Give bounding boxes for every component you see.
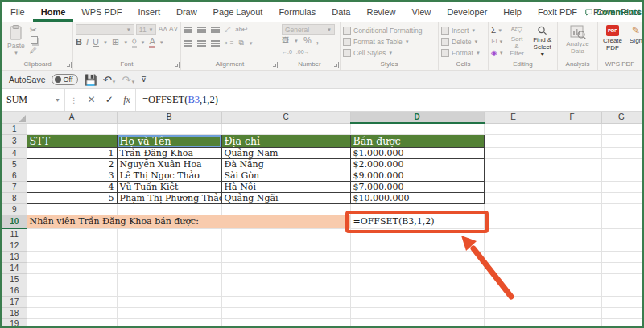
tab-review[interactable]: Review <box>358 2 403 22</box>
accounting-format-icon[interactable]: 🖼 <box>282 36 289 45</box>
cell-A14[interactable] <box>27 262 117 273</box>
customize-qat-icon[interactable]: ⊽ <box>141 76 147 84</box>
cell-D6[interactable]: $9.000.000 <box>350 170 484 181</box>
fill-color-dropdown[interactable]: ▼ <box>141 40 146 45</box>
column-header-F[interactable]: F <box>543 112 601 123</box>
cell-E5[interactable] <box>484 158 543 170</box>
cell-B16[interactable] <box>117 285 221 296</box>
alignment-dialog-launcher[interactable] <box>271 62 278 68</box>
undo-icon[interactable]: ↶▼ <box>103 74 117 86</box>
cell-G3[interactable] <box>601 134 642 147</box>
cell-A3[interactable]: STT <box>27 134 117 147</box>
name-box[interactable]: SUM ▼ <box>2 89 65 111</box>
column-header-B[interactable]: B <box>117 112 221 123</box>
percent-style-icon[interactable]: % <box>303 36 312 45</box>
select-all-corner[interactable] <box>2 112 27 123</box>
column-header-A[interactable]: A <box>27 112 117 123</box>
cell-C6[interactable]: Sài Gòn <box>221 170 350 181</box>
cell-D15[interactable] <box>350 273 484 285</box>
cell-A4[interactable]: 1 <box>27 147 117 158</box>
row-header-3[interactable]: 3 <box>2 134 27 147</box>
cell-F3[interactable] <box>543 134 601 147</box>
cell-C12[interactable] <box>221 240 350 251</box>
cell-G18[interactable] <box>601 307 642 318</box>
cell-G5[interactable] <box>601 158 642 170</box>
cell-F12[interactable] <box>543 240 601 251</box>
cell-E11[interactable] <box>484 228 543 240</box>
column-header-E[interactable]: E <box>484 112 543 123</box>
cell-D16[interactable] <box>350 285 484 296</box>
merge-center-icon[interactable]: ⧉ <box>238 39 243 47</box>
cell-G19[interactable] <box>601 318 642 326</box>
cell-G6[interactable] <box>601 170 642 181</box>
conditional-formatting-button[interactable]: Conditional Formatting <box>343 25 436 35</box>
cell-G4[interactable] <box>601 147 642 158</box>
result-label-cell-A10[interactable]: Nhân viên Trần Đăng Khoa bán được: <box>27 215 350 228</box>
number-dialog-launcher[interactable] <box>332 62 339 68</box>
cell-E17[interactable] <box>484 296 543 307</box>
cell-G14[interactable] <box>601 262 642 273</box>
column-header-G[interactable]: G <box>601 112 642 123</box>
align-top-icon[interactable] <box>184 27 192 28</box>
cell-E10[interactable] <box>484 215 543 228</box>
autosum-icon[interactable]: Σ <box>491 26 496 35</box>
row-header-11[interactable]: 11 <box>2 228 27 240</box>
cell-styles-button[interactable]: Cell Styles▼ <box>343 47 436 58</box>
cell-G16[interactable] <box>601 285 642 296</box>
row-header-19[interactable]: 19 <box>2 318 27 326</box>
align-center-icon[interactable] <box>197 40 206 42</box>
cell-B11[interactable] <box>117 228 221 240</box>
cell-B9[interactable] <box>117 203 221 215</box>
row-header-10[interactable]: 10 <box>2 215 27 228</box>
cell-G11[interactable] <box>601 228 642 240</box>
row-header-17[interactable]: 17 <box>2 296 27 307</box>
column-header-D[interactable]: D <box>350 112 484 123</box>
tab-view[interactable]: View <box>404 2 440 22</box>
cut-icon[interactable]: ✂ <box>30 26 38 35</box>
cell-D18[interactable] <box>350 307 484 318</box>
tab-draw[interactable]: Draw <box>168 2 205 22</box>
tab-formulas[interactable]: Formulas <box>270 2 324 22</box>
row-header-9[interactable]: 9 <box>2 203 27 215</box>
autosave-toggle[interactable]: Off <box>52 74 79 85</box>
fill-color-icon[interactable]: ◊ <box>132 37 136 48</box>
cell-B18[interactable] <box>117 307 221 318</box>
italic-button[interactable]: I <box>86 38 89 47</box>
row-header-12[interactable]: 12 <box>2 240 27 251</box>
merge-dropdown[interactable]: ▼ <box>249 41 254 46</box>
cell-A17[interactable] <box>27 296 117 307</box>
borders-dropdown[interactable]: ▼ <box>123 40 128 45</box>
increase-decimal-icon[interactable]: ←.0 <box>282 47 292 56</box>
cell-D7[interactable]: $7.000.000 <box>350 181 484 192</box>
cell-B13[interactable] <box>117 251 221 262</box>
tab-data[interactable]: Data <box>324 2 358 22</box>
cell-G10[interactable] <box>601 215 642 228</box>
cell-D13[interactable] <box>350 251 484 262</box>
format-as-table-button[interactable]: Format as Table▼ <box>343 36 436 47</box>
row-header-7[interactable]: 7 <box>2 181 27 192</box>
cell-D11[interactable] <box>350 228 484 240</box>
cell-D3[interactable]: Bán được <box>350 134 484 147</box>
cell-A11[interactable] <box>27 228 117 240</box>
cell-D12[interactable] <box>350 240 484 251</box>
cell-B14[interactable] <box>117 262 221 273</box>
cell-A19[interactable] <box>27 318 117 326</box>
cell-A15[interactable] <box>27 273 117 285</box>
analyze-data-button[interactable]: AnalyzeData <box>564 24 591 59</box>
cell-E19[interactable] <box>484 318 543 326</box>
cell-B4[interactable]: Trần Đăng Khoa <box>117 147 221 158</box>
cell-C16[interactable] <box>221 285 350 296</box>
cell-E12[interactable] <box>484 240 543 251</box>
format-painter-icon[interactable]: 🖉 <box>30 47 38 55</box>
cell-G12[interactable] <box>601 240 642 251</box>
cell-B1[interactable] <box>117 123 221 134</box>
number-format-select[interactable]: General▼ <box>282 24 335 35</box>
cell-G1[interactable] <box>601 123 642 134</box>
cell-E7[interactable] <box>484 181 543 192</box>
bold-button[interactable]: B <box>76 38 82 47</box>
fill-icon[interactable]: ⊡ <box>491 37 497 46</box>
cell-D9[interactable] <box>350 203 484 215</box>
cell-E9[interactable] <box>484 203 543 215</box>
borders-icon[interactable]: ⊞ <box>112 38 119 47</box>
clipboard-dialog-launcher[interactable] <box>65 62 72 68</box>
